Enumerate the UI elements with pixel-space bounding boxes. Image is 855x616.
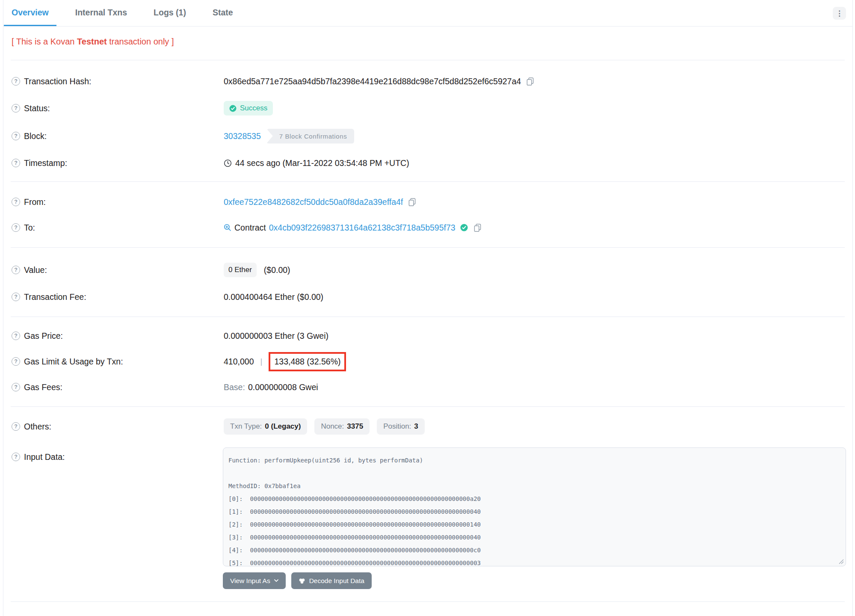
- copy-icon[interactable]: [408, 198, 416, 207]
- input-method-id: MethodID: 0x7bbaf1ea: [228, 480, 840, 492]
- word-index: [5]:: [228, 560, 243, 566]
- tab-logs[interactable]: Logs (1): [146, 0, 194, 26]
- input-word-row: [5]: 00000000000000000000000000000000000…: [228, 557, 840, 566]
- row-label: Others:: [24, 422, 51, 432]
- row-label: Gas Fees:: [24, 382, 62, 392]
- contract-prefix: Contract: [234, 223, 266, 233]
- row-label: Transaction Hash:: [24, 77, 92, 86]
- copy-icon[interactable]: [473, 223, 482, 232]
- testnet-notice: [ This is a Kovan Testnet transaction on…: [12, 37, 174, 47]
- divider: [11, 247, 845, 248]
- word-value: 0000000000000000000000000000000000000000…: [250, 547, 481, 554]
- word-index: [1]:: [228, 508, 243, 515]
- block-confirmations-badge: 7 Block Confirmations: [266, 129, 355, 144]
- from-address-link[interactable]: 0xfee7522e8482682cf50ddc50a0f8da2a39effa…: [224, 197, 403, 207]
- tab-state[interactable]: State: [205, 0, 241, 26]
- row-label: Gas Limit & Usage by Txn:: [24, 357, 123, 367]
- decode-input-data-button[interactable]: Decode Input Data: [291, 572, 372, 589]
- row-others: ? Others: Txn Type:0 (Legacy) Nonce:3375…: [12, 418, 842, 435]
- help-icon[interactable]: ?: [12, 77, 20, 86]
- help-icon[interactable]: ?: [12, 293, 20, 301]
- word-index: [2]:: [228, 521, 243, 528]
- transaction-fee-value: 0.000400464 Ether ($0.00): [224, 292, 323, 302]
- divider: [11, 181, 845, 182]
- view-input-as-button[interactable]: View Input As: [223, 572, 286, 589]
- txn-type-badge: Txn Type:0 (Legacy): [224, 418, 307, 435]
- row-to: ? To: Contract 0x4cb093f226983713164a621…: [12, 219, 842, 236]
- help-icon[interactable]: ?: [12, 132, 20, 140]
- word-index: [3]:: [228, 534, 243, 541]
- more-options-button[interactable]: ⋮: [833, 7, 846, 20]
- help-icon[interactable]: ?: [12, 266, 20, 274]
- card-right-border: [852, 0, 853, 616]
- word-value: 0000000000000000000000000000000000000000…: [250, 521, 481, 528]
- tab-overview[interactable]: Overview: [4, 0, 56, 26]
- row-gas-fees: ? Gas Fees: Base: 0.000000008 Gwei: [12, 379, 842, 396]
- help-icon[interactable]: ?: [12, 332, 20, 340]
- nonce-label: Nonce:: [321, 422, 344, 431]
- base-fee-value: 0.000000008 Gwei: [248, 382, 318, 392]
- check-circle-icon: [229, 105, 237, 112]
- notice-suffix: transaction only ]: [107, 37, 174, 46]
- value-amount-badge: 0 Ether: [224, 263, 257, 277]
- input-word-row: [3]: 00000000000000000000000000000000000…: [228, 531, 840, 544]
- row-transaction-fee: ? Transaction Fee: 0.000400464 Ether ($0…: [12, 288, 842, 305]
- row-label: Value:: [24, 265, 47, 275]
- decode-input-data-label: Decode Input Data: [309, 577, 364, 585]
- input-data-box[interactable]: Function: performUpkeep(uint256 id, byte…: [223, 447, 846, 566]
- row-label: From:: [24, 197, 46, 207]
- divider: [11, 601, 845, 602]
- row-block: ? Block: 30328535 7 Block Confirmations: [12, 127, 842, 145]
- gas-limit-value: 410,000: [224, 357, 254, 367]
- resize-handle-icon[interactable]: [839, 559, 844, 564]
- help-icon[interactable]: ?: [12, 198, 20, 206]
- chevron-down-icon: [274, 579, 278, 582]
- nonce-badge: Nonce:3375: [314, 418, 370, 435]
- timestamp-value: 44 secs ago (Mar-11-2022 03:54:48 PM +UT…: [235, 158, 409, 168]
- row-timestamp: ? Timestamp: 44 secs ago (Mar-11-2022 03…: [12, 154, 842, 172]
- row-label: Timestamp:: [24, 158, 67, 168]
- position-value: 3: [414, 422, 418, 431]
- help-icon[interactable]: ?: [12, 104, 20, 113]
- gas-usage-highlight-box: 133,488 (32.56%): [269, 352, 346, 371]
- row-gas-limit-usage: ? Gas Limit & Usage by Txn: 410,000 | 13…: [12, 351, 842, 372]
- help-icon[interactable]: ?: [12, 383, 20, 391]
- gas-usage-value: 133,488 (32.56%): [274, 357, 340, 367]
- help-icon[interactable]: ?: [12, 223, 20, 232]
- input-word-row: [0]: 00000000000000000000000000000000000…: [228, 492, 840, 505]
- zoom-in-icon[interactable]: [224, 224, 231, 231]
- kebab-icon: ⋮: [836, 9, 843, 18]
- row-label: Transaction Fee:: [24, 292, 86, 302]
- verified-check-icon: [460, 224, 468, 231]
- tab-bar: Overview Internal Txns Logs (1) State: [3, 0, 852, 27]
- word-value: 0000000000000000000000000000000000000000…: [250, 534, 481, 541]
- divider: [11, 60, 845, 60]
- gas-price-value: 0.000000003 Ether (3 Gwei): [224, 331, 328, 341]
- row-gas-price: ? Gas Price: 0.000000003 Ether (3 Gwei): [12, 327, 842, 344]
- row-label: Gas Price:: [24, 331, 63, 341]
- transaction-hash-value: 0x86ed5a771e725aa94d5b7fa2398e4419e216d8…: [224, 77, 521, 86]
- help-icon[interactable]: ?: [12, 422, 20, 431]
- copy-icon[interactable]: [526, 77, 534, 86]
- row-status: ? Status: Success: [12, 100, 842, 117]
- view-input-as-label: View Input As: [230, 577, 270, 585]
- notice-bold: Testnet: [77, 37, 107, 46]
- row-label: Block:: [24, 131, 47, 141]
- row-from: ? From: 0xfee7522e8482682cf50ddc50a0f8da…: [12, 193, 842, 210]
- input-function-line: Function: performUpkeep(uint256 id, byte…: [228, 454, 840, 467]
- word-value: 0000000000000000000000000000000000000000…: [250, 495, 481, 502]
- block-number-link[interactable]: 30328535: [224, 131, 261, 141]
- notice-prefix: [ This is a Kovan: [12, 37, 77, 46]
- input-word-row: [1]: 00000000000000000000000000000000000…: [228, 505, 840, 518]
- tab-internal-txns[interactable]: Internal Txns: [68, 0, 135, 26]
- nonce-value: 3375: [347, 422, 363, 431]
- row-label: To:: [24, 223, 35, 233]
- help-icon[interactable]: ?: [12, 159, 20, 167]
- help-icon[interactable]: ?: [12, 453, 20, 461]
- to-address-link[interactable]: 0x4cb093f226983713164a62138c3f718a5b595f…: [269, 223, 456, 233]
- divider: [11, 317, 845, 317]
- status-text: Success: [240, 104, 267, 113]
- word-index: [4]:: [228, 547, 243, 554]
- help-icon[interactable]: ?: [12, 357, 20, 366]
- row-value: ? Value: 0 Ether ($0.00): [12, 261, 842, 278]
